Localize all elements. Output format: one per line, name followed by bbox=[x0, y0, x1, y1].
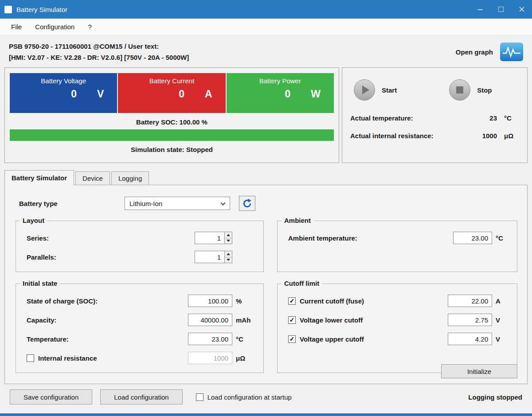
open-graph-button[interactable]: Open graph bbox=[456, 43, 523, 61]
stop-label: Stop bbox=[477, 86, 492, 94]
refresh-button[interactable] bbox=[239, 196, 255, 211]
actual-temperature-value: 23 bbox=[489, 114, 497, 122]
play-icon bbox=[362, 86, 369, 94]
save-configuration-button[interactable]: Save configuration bbox=[10, 389, 92, 404]
internal-resistance-checkbox[interactable] bbox=[27, 354, 34, 362]
logging-status-label: Logging stopped bbox=[468, 393, 522, 401]
initial-state-group-title: Initial state bbox=[20, 280, 60, 287]
battery-type-select[interactable]: Lithium-Ion bbox=[125, 197, 230, 210]
chevron-down-icon bbox=[220, 200, 225, 205]
soc-progress-bar bbox=[10, 129, 334, 141]
series-row: Series: bbox=[27, 232, 255, 244]
current-cutoff-checkbox[interactable] bbox=[288, 297, 296, 305]
start-button[interactable]: Start bbox=[354, 79, 397, 101]
actual-resistance-value: 1000 bbox=[482, 132, 497, 140]
battery-voltage-meter: Battery Voltage 0 V bbox=[10, 73, 117, 113]
temperature-input[interactable] bbox=[188, 333, 232, 345]
ambient-temperature-label: Ambient temperature: bbox=[288, 234, 453, 242]
series-input[interactable] bbox=[195, 232, 225, 244]
voltage-lower-cutoff-checkbox[interactable] bbox=[288, 316, 296, 324]
actual-temperature-readout: Actual temperature: 23 °C bbox=[350, 114, 519, 122]
capacity-unit: mAh bbox=[236, 316, 255, 324]
menu-item-file[interactable]: File bbox=[4, 19, 28, 35]
tab-battery-simulator[interactable]: Battery Simulator bbox=[4, 170, 74, 185]
window-bottom-border bbox=[0, 413, 532, 416]
device-info-bar: PSB 9750-20 - 1711060001 @COM15 / User t… bbox=[0, 35, 532, 66]
startup-checkbox-label: Load configuration at startup bbox=[207, 393, 292, 401]
tab-logging[interactable]: Logging bbox=[111, 171, 149, 185]
spin-down-icon[interactable] bbox=[225, 238, 232, 244]
initialize-button[interactable]: Initialize bbox=[441, 364, 517, 378]
simulation-state-label: Simulation state: Stopped bbox=[10, 146, 334, 153]
soc-input[interactable] bbox=[188, 295, 232, 307]
window-title: Battery Simulator bbox=[16, 6, 67, 13]
start-label: Start bbox=[382, 86, 397, 94]
battery-current-value: 0 bbox=[179, 88, 184, 100]
cutoff-limit-group: Cutoff limit Current cutoff (fuse) A Vol… bbox=[277, 284, 517, 373]
initial-state-group: Initial state State of charge (SOC): % C… bbox=[16, 284, 264, 373]
voltage-lower-cutoff-input[interactable] bbox=[448, 314, 492, 326]
ambient-temperature-row: Ambient temperature: °C bbox=[288, 232, 509, 244]
parallels-stepper bbox=[225, 251, 232, 263]
load-configuration-button[interactable]: Load configuration bbox=[100, 389, 182, 404]
menu-item-help[interactable]: ? bbox=[81, 19, 98, 35]
minimize-button[interactable] bbox=[469, 0, 490, 19]
open-graph-label: Open graph bbox=[456, 48, 493, 56]
actual-resistance-label: Actual internal resistance: bbox=[350, 132, 434, 140]
ambient-temperature-unit: °C bbox=[496, 234, 509, 242]
capacity-row: Capacity: mAh bbox=[27, 314, 255, 326]
battery-power-meter: Battery Power 0 W bbox=[227, 73, 334, 113]
layout-group: Layout Series: Parallels: bbox=[16, 221, 264, 272]
load-configuration-at-startup[interactable]: Load configuration at startup bbox=[196, 393, 292, 401]
voltage-upper-cutoff-input[interactable] bbox=[448, 333, 492, 345]
minimize-icon bbox=[477, 7, 483, 12]
stop-button[interactable]: Stop bbox=[449, 79, 492, 101]
soc-progress-fill bbox=[10, 129, 334, 141]
ambient-group: Ambient Ambient temperature: °C bbox=[277, 221, 517, 272]
battery-current-meter: Battery Current 0 A bbox=[118, 73, 225, 113]
voltage-lower-cutoff-label: Voltage lower cutoff bbox=[300, 316, 448, 324]
battery-power-value: 0 bbox=[285, 88, 290, 100]
current-cutoff-input[interactable] bbox=[448, 295, 492, 307]
control-panel: Start Stop Actual temperature: 23 °C Act… bbox=[342, 67, 528, 163]
voltage-upper-cutoff-unit: V bbox=[496, 335, 509, 343]
tab-strip: Battery Simulator Device Logging bbox=[4, 170, 528, 185]
voltage-upper-cutoff-label: Voltage upper cutoff bbox=[300, 335, 448, 343]
voltage-lower-cutoff-row: Voltage lower cutoff V bbox=[288, 314, 509, 326]
spin-up-icon[interactable] bbox=[225, 232, 232, 238]
tab-device[interactable]: Device bbox=[75, 171, 110, 185]
menu-bar: File Configuration ? bbox=[0, 19, 532, 35]
voltage-upper-cutoff-row: Voltage upper cutoff V bbox=[288, 333, 509, 345]
status-panel: Battery Voltage 0 V Battery Current 0 A … bbox=[4, 67, 339, 163]
temperature-row: Temperature: °C bbox=[27, 333, 255, 345]
spin-down-icon[interactable] bbox=[225, 257, 232, 263]
capacity-input[interactable] bbox=[188, 314, 232, 326]
battery-current-unit: A bbox=[205, 88, 212, 100]
maximize-button[interactable] bbox=[490, 0, 511, 19]
internal-resistance-row: Internal resistance μΩ bbox=[27, 352, 255, 364]
app-icon bbox=[4, 6, 12, 13]
stop-icon bbox=[456, 86, 463, 93]
refresh-icon bbox=[242, 198, 252, 209]
actual-resistance-readout: Actual internal resistance: 1000 μΩ bbox=[350, 132, 519, 140]
internal-resistance-label: Internal resistance bbox=[38, 354, 188, 362]
spin-up-icon[interactable] bbox=[225, 251, 232, 257]
device-info-line1: PSB 9750-20 - 1711060001 @COM15 / User t… bbox=[9, 41, 189, 52]
battery-voltage-label: Battery Voltage bbox=[10, 77, 117, 85]
soc-field-label: State of charge (SOC): bbox=[27, 297, 188, 305]
parallels-label: Parallels: bbox=[27, 253, 195, 261]
cutoff-limit-group-title: Cutoff limit bbox=[282, 280, 322, 287]
voltage-upper-cutoff-checkbox[interactable] bbox=[288, 335, 296, 343]
battery-simulator-tab-panel: Battery type Lithium-Ion Layout Series: bbox=[4, 185, 528, 384]
series-stepper bbox=[225, 232, 232, 244]
layout-group-title: Layout bbox=[20, 217, 47, 224]
close-button[interactable] bbox=[511, 0, 532, 19]
battery-type-value: Lithium-Ion bbox=[129, 200, 162, 207]
parallels-input[interactable] bbox=[195, 251, 225, 263]
title-bar: Battery Simulator bbox=[0, 0, 532, 19]
actual-temperature-unit: °C bbox=[504, 114, 519, 122]
ambient-group-title: Ambient bbox=[282, 217, 313, 224]
startup-checkbox[interactable] bbox=[196, 393, 203, 401]
ambient-temperature-input[interactable] bbox=[453, 232, 492, 244]
menu-item-configuration[interactable]: Configuration bbox=[28, 19, 81, 35]
